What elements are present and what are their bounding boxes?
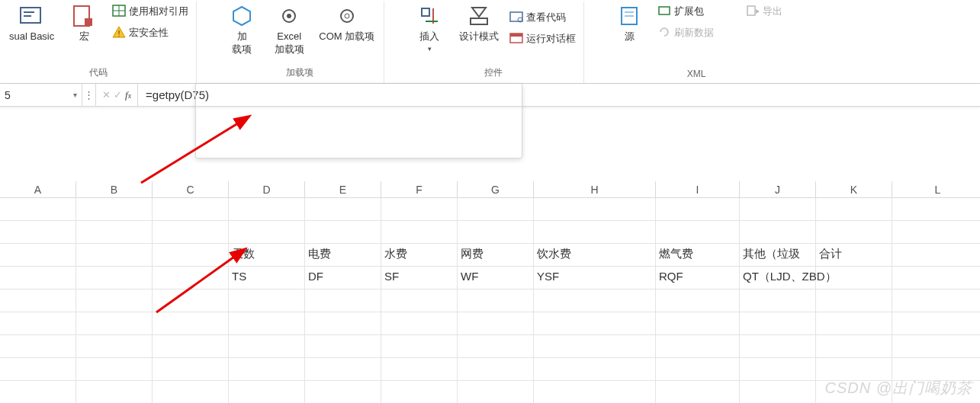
cell[interactable]	[153, 358, 229, 381]
cell[interactable]	[892, 244, 980, 267]
cell[interactable]	[305, 335, 381, 358]
cell[interactable]: SF	[381, 267, 458, 289]
cell[interactable]	[153, 244, 229, 267]
cell[interactable]	[229, 289, 305, 312]
macro-security-button[interactable]: ! 宏安全性	[109, 24, 191, 41]
col-header-J[interactable]: J	[740, 181, 816, 198]
cell[interactable]: YSF	[534, 267, 656, 289]
cell[interactable]	[0, 267, 76, 289]
cell[interactable]	[229, 335, 305, 358]
excel-addin-button[interactable]: Excel 加载项	[267, 2, 311, 58]
cell[interactable]	[534, 358, 656, 381]
cell[interactable]	[534, 221, 656, 244]
cell[interactable]	[381, 198, 458, 221]
design-mode-button[interactable]: 设计模式	[455, 2, 503, 45]
cell[interactable]	[305, 312, 381, 335]
cell[interactable]	[458, 198, 534, 221]
cell[interactable]	[305, 381, 381, 403]
cell[interactable]	[816, 221, 892, 244]
col-header-I[interactable]: I	[656, 181, 740, 198]
cell[interactable]: 合计	[816, 244, 892, 267]
cell[interactable]	[0, 244, 76, 267]
cell[interactable]	[458, 221, 534, 244]
cell[interactable]	[76, 381, 153, 403]
cell[interactable]	[76, 244, 153, 267]
macro-button[interactable]: 宏	[62, 2, 106, 45]
cell[interactable]	[0, 312, 76, 335]
cell[interactable]	[0, 221, 76, 244]
cell[interactable]	[153, 267, 229, 289]
cell[interactable]	[740, 289, 816, 312]
cell[interactable]: 其他（垃圾	[740, 244, 816, 267]
cell[interactable]	[0, 289, 76, 312]
cell[interactable]	[656, 289, 740, 312]
cell[interactable]: DF	[305, 267, 381, 289]
col-header-D[interactable]: D	[229, 181, 305, 198]
cell[interactable]	[816, 198, 892, 221]
insert-button[interactable]: 插入 ▾	[407, 2, 451, 56]
col-header-G[interactable]: G	[458, 181, 534, 198]
cell[interactable]	[76, 289, 153, 312]
cell[interactable]: 燃气费	[656, 244, 740, 267]
cell[interactable]	[892, 335, 980, 358]
cell[interactable]	[153, 289, 229, 312]
cancel-icon[interactable]: ✕	[102, 89, 111, 101]
cell[interactable]	[153, 381, 229, 403]
col-header-L[interactable]: L	[892, 181, 980, 198]
cell[interactable]	[892, 267, 980, 289]
cell[interactable]	[76, 358, 153, 381]
cell[interactable]	[0, 381, 76, 403]
cell[interactable]	[381, 358, 458, 381]
cell[interactable]	[816, 312, 892, 335]
cell[interactable]	[534, 198, 656, 221]
cell[interactable]	[458, 381, 534, 403]
cell[interactable]	[740, 335, 816, 358]
cell[interactable]: WF	[458, 267, 534, 289]
cell[interactable]	[656, 198, 740, 221]
cell[interactable]	[534, 312, 656, 335]
name-box[interactable]: 5 ▾	[0, 84, 82, 106]
cell[interactable]	[656, 358, 740, 381]
cell[interactable]: 饮水费	[534, 244, 656, 267]
col-header-E[interactable]: E	[305, 181, 381, 198]
cell[interactable]	[816, 267, 892, 289]
cell[interactable]	[816, 335, 892, 358]
cell[interactable]: 水费	[381, 244, 458, 267]
cell[interactable]	[381, 289, 458, 312]
cell[interactable]	[381, 381, 458, 403]
cell[interactable]	[153, 335, 229, 358]
cell[interactable]: 网费	[458, 244, 534, 267]
cell[interactable]	[229, 221, 305, 244]
cell[interactable]	[534, 381, 656, 403]
cell[interactable]	[458, 312, 534, 335]
cell[interactable]	[305, 221, 381, 244]
cell[interactable]	[740, 358, 816, 381]
visual-basic-button[interactable]: sual Basic	[5, 2, 59, 45]
cell[interactable]	[458, 289, 534, 312]
formula-input[interactable]: =getpy(D75)	[138, 84, 980, 106]
cell[interactable]	[656, 381, 740, 403]
source-button[interactable]: 源	[607, 2, 651, 45]
cell[interactable]	[381, 312, 458, 335]
col-header-H[interactable]: H	[534, 181, 656, 198]
addin-button[interactable]: 加 载项	[220, 2, 264, 58]
cell[interactable]	[381, 221, 458, 244]
cell[interactable]	[76, 221, 153, 244]
cell[interactable]	[534, 335, 656, 358]
accept-icon[interactable]: ✓	[114, 89, 122, 101]
cell[interactable]	[153, 221, 229, 244]
cell[interactable]	[229, 312, 305, 335]
cell[interactable]	[0, 335, 76, 358]
cell[interactable]	[656, 221, 740, 244]
cell[interactable]	[229, 381, 305, 403]
cell[interactable]	[229, 198, 305, 221]
col-header-K[interactable]: K	[816, 181, 892, 198]
cell[interactable]	[740, 312, 816, 335]
cell[interactable]	[740, 381, 816, 403]
drag-handle[interactable]: ⋮	[82, 84, 96, 106]
cell[interactable]: TS	[229, 267, 305, 289]
fx-icon[interactable]: fx	[125, 89, 131, 101]
col-header-B[interactable]: B	[76, 181, 153, 198]
cell[interactable]	[458, 358, 534, 381]
run-dialog-button[interactable]: 运行对话框	[506, 30, 579, 47]
